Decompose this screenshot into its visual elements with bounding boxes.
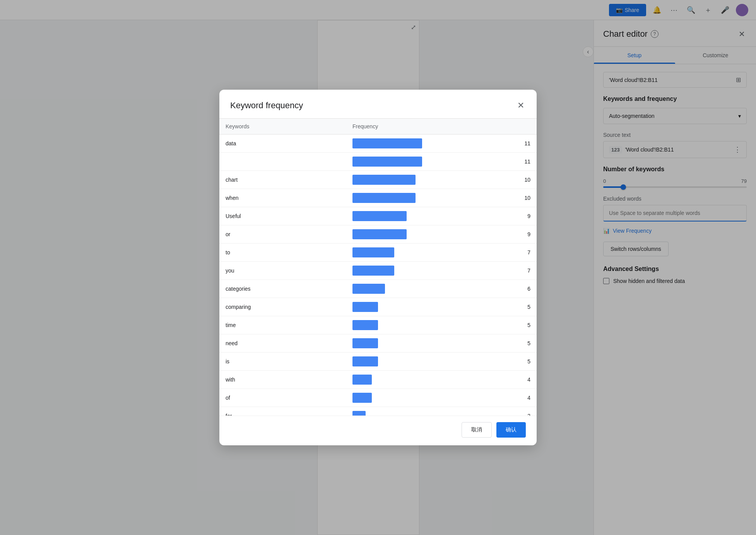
frequency-cell: 4 [346,389,537,407]
frequency-number: 3 [521,413,530,416]
frequency-bar [352,247,394,257]
frequency-bar [352,302,378,312]
frequency-bar [352,375,372,385]
frequency-bar [352,175,416,185]
frequency-number: 10 [521,177,530,183]
frequency-bar [352,138,422,148]
frequency-number: 9 [521,231,530,237]
dialog-footer: 取消 确认 [219,416,537,445]
frequency-cell: 10 [346,171,537,189]
table-row: chart10 [219,171,537,189]
dialog-title: Keyword frequency [230,101,303,111]
table-row: Useful9 [219,207,537,225]
table-body: data1111chart10when10Useful9or9to7you7ca… [219,135,537,416]
keyword-cell: categories [219,280,346,298]
table-row: when10 [219,189,537,207]
keyword-cell: you [219,262,346,280]
keyword-cell [219,153,346,171]
keyword-table: Keywords Frequency data1111chart10when10… [219,119,537,416]
frequency-cell: 4 [346,371,537,389]
frequency-bar [352,338,378,348]
frequency-bar [352,193,416,203]
frequency-cell: 10 [346,189,537,207]
table-row: 11 [219,153,537,171]
confirm-button[interactable]: 确认 [496,422,526,438]
frequency-number: 6 [521,286,530,292]
keyword-cell: comparing [219,298,346,316]
table-row: to7 [219,244,537,262]
frequency-number: 9 [521,213,530,219]
keyword-cell: for [219,407,346,416]
keyword-cell: with [219,371,346,389]
frequency-number: 4 [521,395,530,401]
table-row: data11 [219,135,537,153]
modal-overlay: Keyword frequency ✕ Keywords Frequency d… [0,0,756,535]
table-row: you7 [219,262,537,280]
keyword-cell: time [219,316,346,334]
frequency-cell: 7 [346,244,537,262]
table-row: of4 [219,389,537,407]
frequency-number: 5 [521,340,530,346]
keyword-cell: or [219,225,346,244]
table-row: or9 [219,225,537,244]
frequency-cell: 3 [346,407,537,416]
frequency-number: 11 [521,158,530,165]
keyword-cell: to [219,244,346,262]
keyword-table-container: Keywords Frequency data1111chart10when10… [219,118,537,416]
frequency-cell: 7 [346,262,537,280]
frequency-cell: 5 [346,316,537,334]
dialog-close-button[interactable]: ✕ [516,99,526,112]
frequency-cell: 6 [346,280,537,298]
keyword-frequency-dialog: Keyword frequency ✕ Keywords Frequency d… [219,90,537,445]
frequency-cell: 5 [346,298,537,316]
table-row: comparing5 [219,298,537,316]
cancel-button[interactable]: 取消 [462,422,492,438]
frequency-number: 5 [521,304,530,310]
frequency-number: 11 [521,140,530,147]
keyword-cell: chart [219,171,346,189]
frequency-bar [352,393,372,403]
keyword-cell: of [219,389,346,407]
keyword-cell: data [219,135,346,153]
frequency-number: 4 [521,377,530,383]
frequency-bar [352,356,378,366]
frequency-number: 10 [521,195,530,201]
col-frequency-header: Frequency [346,119,537,135]
dialog-header: Keyword frequency ✕ [219,90,537,118]
table-row: time5 [219,316,537,334]
frequency-bar [352,284,385,294]
frequency-cell: 5 [346,353,537,371]
frequency-bar [352,411,366,416]
keyword-cell: Useful [219,207,346,225]
table-row: categories6 [219,280,537,298]
table-row: for3 [219,407,537,416]
frequency-cell: 9 [346,207,537,225]
keyword-cell: need [219,334,346,353]
frequency-bar [352,157,422,167]
col-keywords-header: Keywords [219,119,346,135]
frequency-number: 5 [521,358,530,365]
frequency-cell: 11 [346,153,537,171]
table-header: Keywords Frequency [219,119,537,135]
frequency-bar [352,229,407,239]
frequency-bar [352,211,407,221]
keyword-cell: when [219,189,346,207]
frequency-bar [352,266,394,276]
table-row: need5 [219,334,537,353]
frequency-bar [352,320,378,330]
frequency-cell: 11 [346,135,537,153]
frequency-number: 5 [521,322,530,328]
keyword-cell: is [219,353,346,371]
frequency-number: 7 [521,268,530,274]
frequency-number: 7 [521,249,530,256]
frequency-cell: 5 [346,334,537,353]
table-row: is5 [219,353,537,371]
table-row: with4 [219,371,537,389]
frequency-cell: 9 [346,225,537,244]
